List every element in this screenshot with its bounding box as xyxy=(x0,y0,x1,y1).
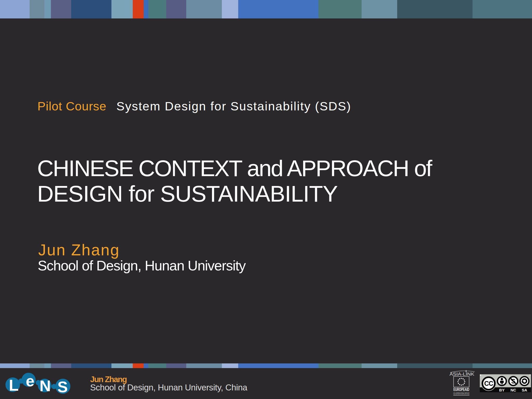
svg-text:NC: NC xyxy=(510,388,516,392)
svg-text:SA: SA xyxy=(522,388,527,392)
svg-text:EUROPEAID: EUROPEAID xyxy=(454,387,469,392)
svg-text:ASIA-LINK: ASIA-LINK xyxy=(450,372,474,376)
svg-text:CC: CC xyxy=(484,380,493,387)
svg-text:CO-OPERATION OFFICE: CO-OPERATION OFFICE xyxy=(453,392,469,395)
svg-text:e: e xyxy=(26,372,34,390)
svg-text:S: S xyxy=(57,378,68,396)
svg-text:N: N xyxy=(39,377,51,395)
svg-text:L: L xyxy=(9,376,19,394)
svg-text:BY: BY xyxy=(499,388,505,392)
